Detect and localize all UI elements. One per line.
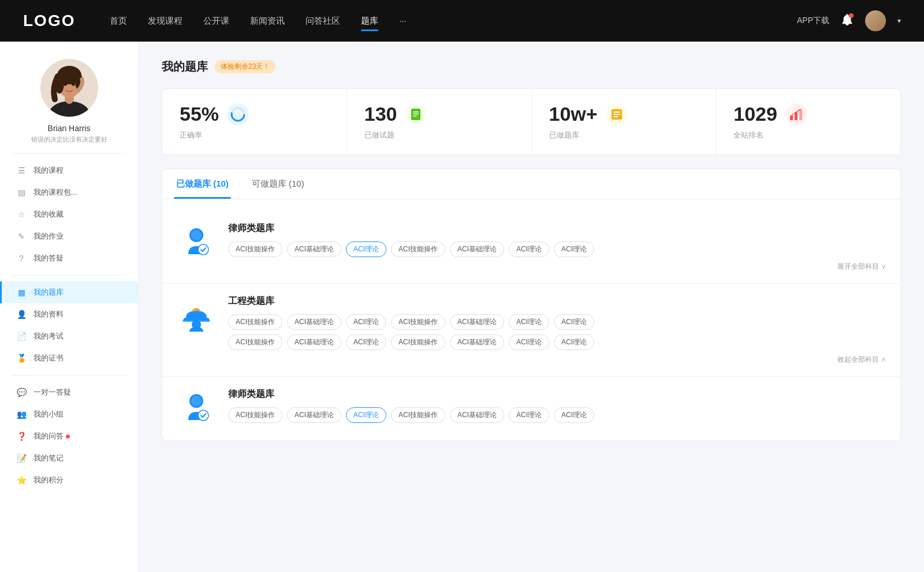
tag-item[interactable]: ACI理论: [554, 242, 594, 257]
sidebar: Brian Harris 错误的决定比没有决定要好 ☰ 我的课程 ▤ 我的课程包…: [0, 42, 139, 572]
avatar-image: [865, 10, 886, 31]
sidebar-item-group[interactable]: 👥 我的小组: [0, 403, 138, 425]
stat-done-value: 130: [364, 103, 397, 125]
tag-item[interactable]: ACI基础理论: [287, 335, 341, 350]
avatar-chevron-icon[interactable]: ▾: [897, 17, 901, 25]
chart-icon: [785, 103, 807, 125]
stat-accuracy: 55% 正确率: [162, 89, 347, 154]
score-icon: ⭐: [16, 475, 27, 485]
tab-available-banks[interactable]: 可做题库 (10): [249, 169, 307, 199]
tag-item[interactable]: ACI基础理论: [450, 407, 504, 423]
stat-banks-value: 10w+: [549, 103, 598, 125]
qbank-tags-lawyer-1: ACI技能操作 ACI基础理论 ACI理论 ACI技能操作 ACI基础理论 AC…: [228, 242, 886, 257]
tag-item[interactable]: ACI技能操作: [391, 314, 445, 330]
page-body: Brian Harris 错误的决定比没有决定要好 ☰ 我的课程 ▤ 我的课程包…: [0, 42, 924, 572]
qbank-tags-lawyer-2: ACI技能操作 ACI基础理论 ACI理论 ACI技能操作 ACI基础理论 AC…: [228, 407, 886, 423]
star-icon: ☆: [16, 209, 27, 220]
tag-item[interactable]: ACI理论: [554, 335, 594, 350]
question-icon: ?: [16, 253, 27, 263]
sidebar-item-label: 我的课程: [33, 165, 64, 176]
sidebar-item-label: 一对一答疑: [33, 387, 71, 398]
sidebar-item-favorites[interactable]: ☆ 我的收藏: [0, 203, 138, 225]
nav-home[interactable]: 首页: [110, 13, 127, 29]
sidebar-item-label: 我的考试: [33, 331, 64, 341]
sidebar-item-profile[interactable]: 👤 我的资料: [0, 303, 138, 325]
qbank-info-lawyer-2: 律师类题库 ACI技能操作 ACI基础理论 ACI理论 ACI技能操作 ACI基…: [228, 388, 886, 428]
tag-item[interactable]: ACI理论: [509, 335, 549, 350]
tab-done-banks[interactable]: 已做题库 (10): [174, 169, 231, 199]
nav-qbank[interactable]: 题库: [361, 13, 378, 29]
tag-item[interactable]: ACI技能操作: [228, 407, 282, 423]
tag-item[interactable]: ACI基础理论: [287, 407, 341, 423]
stat-done-top: 130: [364, 103, 514, 125]
sidebar-item-my-courses[interactable]: ☰ 我的课程: [0, 159, 138, 181]
tag-item[interactable]: ACI基础理论: [287, 314, 341, 330]
qa-notification-dot: [66, 434, 70, 439]
notification-dot: [849, 13, 854, 18]
tag-item[interactable]: ACI理论: [509, 242, 549, 257]
list-icon: [606, 103, 628, 125]
cert-icon: 🏅: [16, 353, 27, 363]
sidebar-item-notes[interactable]: 📝 我的笔记: [0, 447, 138, 469]
note-icon: 📝: [16, 453, 27, 463]
tag-item[interactable]: ACI技能操作: [228, 314, 282, 330]
sidebar-item-course-packages[interactable]: ▤ 我的课程包...: [0, 181, 138, 203]
stat-banks-label: 已做题库: [549, 130, 699, 140]
nav-more[interactable]: ···: [399, 13, 407, 29]
logo: LOGO: [23, 12, 75, 30]
sidebar-item-points[interactable]: ⭐ 我的积分: [0, 469, 138, 491]
tag-item[interactable]: ACI理论: [554, 407, 594, 423]
nav-links: 首页 发现课程 公开课 新闻资讯 问答社区 题库 ···: [110, 13, 797, 29]
sidebar-item-cert[interactable]: 🏅 我的证书: [0, 347, 138, 369]
stat-accuracy-value: 55%: [180, 103, 219, 125]
sidebar-profile: Brian Harris 错误的决定比没有决定要好: [0, 59, 138, 144]
nav-open-course[interactable]: 公开课: [203, 13, 229, 29]
sidebar-divider-3: [12, 375, 126, 376]
sidebar-item-questions[interactable]: ? 我的答疑: [0, 247, 138, 269]
tag-item[interactable]: ACI技能操作: [391, 335, 445, 350]
qbank-icon-lawyer-2: [176, 388, 217, 429]
tag-item[interactable]: ACI基础理论: [287, 242, 341, 257]
tag-item[interactable]: ACI理论: [509, 314, 549, 330]
sidebar-item-label: 我的资料: [33, 309, 64, 320]
tag-item[interactable]: ACI理论: [509, 407, 549, 423]
tag-item[interactable]: ACI技能操作: [228, 335, 282, 350]
nav-discover[interactable]: 发现课程: [148, 13, 182, 29]
tag-item[interactable]: ACI基础理论: [450, 314, 504, 330]
tag-item-highlighted[interactable]: ACI理论: [346, 242, 386, 257]
main-content: 我的题库 体验剩余23天！ 55% 正确率: [139, 42, 924, 572]
sidebar-item-exam[interactable]: 📄 我的考试: [0, 325, 138, 347]
profile-avatar: [40, 59, 98, 117]
sidebar-item-label: 我的证书: [33, 353, 64, 363]
app-download-button[interactable]: APP下载: [797, 16, 829, 26]
svg-point-24: [198, 244, 208, 255]
sidebar-item-label: 我的积分: [33, 475, 64, 485]
tag-item[interactable]: ACI理论: [554, 314, 594, 330]
tag-item[interactable]: ACI技能操作: [391, 407, 445, 423]
tag-item[interactable]: ACI理论: [346, 335, 386, 350]
stat-accuracy-top: 55%: [180, 103, 329, 125]
nav-right: APP下载 ▾: [797, 10, 901, 31]
tag-item[interactable]: ACI技能操作: [391, 242, 445, 257]
expand-lawyer-1-button[interactable]: 展开全部科目 ∨: [228, 262, 886, 272]
collapse-engineer-button[interactable]: 收起全部科目 ∧: [228, 355, 886, 365]
stats-row: 55% 正确率 130: [162, 88, 901, 155]
tag-item[interactable]: ACI技能操作: [228, 242, 282, 257]
tag-item[interactable]: ACI基础理论: [450, 242, 504, 257]
avatar[interactable]: [865, 10, 886, 31]
sidebar-item-qbank[interactable]: ▦ 我的题库: [0, 281, 138, 303]
sidebar-menu: ☰ 我的课程 ▤ 我的课程包... ☆ 我的收藏 ✎ 我的作业 ? 我的答疑 ▦: [0, 159, 138, 491]
qbank-tags-engineer-row2: ACI技能操作 ACI基础理论 ACI理论 ACI技能操作 ACI基础理论 AC…: [228, 335, 886, 350]
nav-qa[interactable]: 问答社区: [305, 13, 340, 29]
tag-item[interactable]: ACI基础理论: [450, 335, 504, 350]
notification-bell[interactable]: [841, 13, 854, 28]
sidebar-item-my-qa[interactable]: ❓ 我的问答: [0, 425, 138, 447]
nav-news[interactable]: 新闻资讯: [250, 13, 285, 29]
sidebar-item-label: 我的答疑: [33, 253, 64, 263]
tag-item[interactable]: ACI理论: [346, 314, 386, 330]
profile-icon: 👤: [16, 309, 27, 320]
sidebar-item-homework[interactable]: ✎ 我的作业: [0, 225, 138, 247]
tag-item-highlighted[interactable]: ACI理论: [346, 407, 386, 423]
sidebar-item-one-on-one[interactable]: 💬 一对一答疑: [0, 381, 138, 403]
pie-icon: [227, 103, 249, 125]
